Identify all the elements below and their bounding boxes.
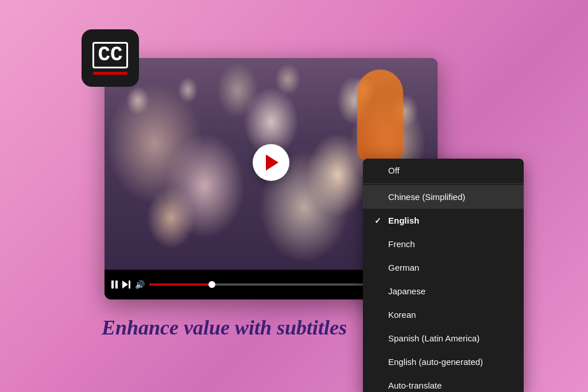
tagline: Enhance value with subtitles: [102, 316, 347, 340]
volume-icon: 🔊: [135, 280, 145, 289]
play-icon: [266, 155, 278, 171]
checkmark-spanish: [374, 334, 382, 343]
progress-fill: [149, 283, 212, 286]
skip-triangle: [122, 280, 128, 289]
checkmark-auto-translate: [374, 381, 382, 390]
pause-button[interactable]: [111, 280, 118, 289]
cc-logo-underline: [93, 72, 127, 75]
skip-bar: [129, 280, 130, 289]
play-button[interactable]: [253, 144, 289, 181]
checkmark-chinese: [374, 193, 382, 202]
lang-item-off[interactable]: Off: [363, 159, 524, 182]
checkmark-korean: [374, 310, 382, 320]
lang-item-auto-translate[interactable]: Auto-translate: [363, 374, 524, 392]
checkmark-german: [374, 263, 382, 272]
lang-item-chinese[interactable]: Chinese (Simplified): [363, 185, 524, 209]
volume-button[interactable]: 🔊: [135, 280, 145, 289]
lang-item-german[interactable]: German: [363, 256, 524, 279]
checkmark-off: [374, 166, 382, 175]
skip-button[interactable]: [122, 280, 130, 289]
skip-icon: [122, 280, 130, 289]
pause-icon: [111, 280, 118, 289]
checkmark-japanese: [374, 287, 382, 296]
pause-bar-left: [111, 280, 114, 289]
lang-item-english[interactable]: ✓ English: [363, 209, 524, 232]
lang-item-english-auto[interactable]: English (auto-generated): [363, 350, 524, 374]
lang-item-spanish[interactable]: Spanish (Latin America): [363, 326, 524, 350]
cc-logo-text: CC: [92, 42, 127, 68]
dropdown-divider-1: [363, 183, 524, 184]
lang-item-french[interactable]: French: [363, 232, 524, 256]
figure-orange: [357, 70, 403, 162]
lang-item-korean[interactable]: Korean: [363, 303, 524, 326]
checkmark-english: ✓: [374, 216, 382, 225]
lang-item-japanese[interactable]: Japanese: [363, 279, 524, 303]
language-dropdown: Off Chinese (Simplified) ✓ English Frenc…: [363, 159, 524, 392]
progress-scrubber: [208, 281, 215, 288]
pause-bar-right: [115, 280, 118, 289]
checkmark-english-auto: [374, 358, 382, 367]
checkmark-french: [374, 240, 382, 249]
progress-bar[interactable]: [149, 283, 374, 286]
main-container: CC: [47, 35, 541, 357]
cc-logo: CC: [82, 29, 139, 87]
